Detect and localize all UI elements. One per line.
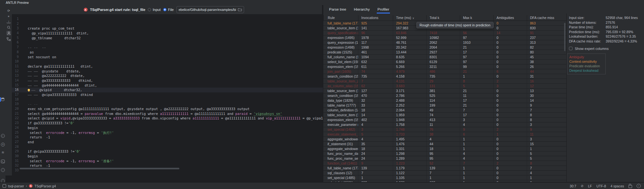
file-encoding[interactable]: UTF-8 xyxy=(596,184,606,188)
breadcrumb-file[interactable]: TSqlParser.g4 xyxy=(34,184,56,188)
tab-profiler[interactable]: Profiler xyxy=(377,5,390,14)
profiler-table-row[interactable]: set_special (1485)11.1051101 xyxy=(323,175,566,180)
profiler-table-row[interactable]: column_definition (1421)182.06449707 xyxy=(323,108,566,113)
col-header-time[interactable]: Time (ms)∨ xyxy=(393,15,426,21)
profiler-table-row[interactable]: expression_elem (1589)4021.948413308 xyxy=(323,118,566,122)
code-line[interactable]: 17—— —— @vipa333333333333 dtkind xyxy=(12,92,323,97)
profiler-table-row[interactable]: select_list (1581)6321.073632106 xyxy=(323,180,566,182)
profiler-table-row[interactable]: sql_clauses (12)71.1227104 xyxy=(323,171,566,175)
code-line[interactable]: 18 xyxy=(12,97,323,102)
code-line[interactable]: 27end xyxy=(12,140,323,145)
profiler-table-row[interactable]: expression (1498)199820.342206421082 xyxy=(323,45,566,50)
profiler-table-row[interactable]: table_name (1777)332.2521992109 xyxy=(323,103,566,108)
input-radio-circle[interactable] xyxy=(148,8,151,11)
file-path-field[interactable]: ebelice/Github/tsql-parser/examples/big.… xyxy=(176,6,244,13)
code-line[interactable]: 25 select errorcode = -1, errormsg = '执行… xyxy=(12,130,323,135)
code-line[interactable]: 26 return -1 xyxy=(12,135,323,140)
profiler-table-row[interactable]: if_statement (31)351.476441015 xyxy=(323,142,566,146)
code-editor[interactable]: 123create proc up_com_test4 @p_vipa11111… xyxy=(12,14,323,175)
profiler-table-row[interactable]: full_table_name (1773)1391.179139107 xyxy=(323,166,566,171)
intention-bulb-icon[interactable] xyxy=(28,89,30,91)
run-tool-icon[interactable]: ▷ xyxy=(1,134,5,138)
profiler-table-row[interactable]: table_source_item (15…141.959741708 xyxy=(323,113,566,118)
code-line[interactable]: 28 xyxy=(12,145,323,149)
code-line[interactable]: 29if @vipa333333333333 !='0' xyxy=(12,149,323,154)
profiler-table-row[interactable]: query_expression (1527)11748.76120621910… xyxy=(323,40,566,45)
indent-setting[interactable]: 4 spaces xyxy=(611,184,624,188)
profiler-table-row[interactable]: expression_elem (1590)6115.266321199026 xyxy=(323,64,566,69)
code-line[interactable]: 10 xyxy=(12,59,323,64)
profiler-table-row[interactable]: execute_parameter (1…41.75811403 xyxy=(323,122,566,127)
search-button[interactable] xyxy=(6,25,11,30)
profiler-table-row[interactable]: func_proc_name_serv…241.28995405 xyxy=(323,156,566,161)
services-tool-icon[interactable]: ≋ xyxy=(1,150,5,154)
profiler-table-row[interactable]: join_part (1605)744.97948621644 xyxy=(323,69,566,74)
unlock-icon[interactable] xyxy=(629,185,632,188)
code-line[interactable]: 13—— —— @a2222222222 dtdate, xyxy=(12,73,323,78)
code-line[interactable]: 23if @a333333333333 !='0' xyxy=(12,121,323,126)
code-line[interactable]: 8 as xyxy=(12,50,323,55)
code-line[interactable]: 19-- -- xyxy=(12,102,323,107)
file-radio[interactable]: File xyxy=(163,8,174,12)
expert-columns-checkbox[interactable] xyxy=(569,47,573,50)
ai-assistant-tool-icon[interactable]: A xyxy=(1,143,5,146)
code-line[interactable]: 2 xyxy=(12,22,323,26)
tree-view-button[interactable] xyxy=(6,37,11,41)
folder-icon[interactable] xyxy=(238,8,242,11)
col-header-rule[interactable]: Rule xyxy=(323,15,358,21)
table-vertical-scrollbar[interactable] xyxy=(564,23,565,51)
code-line[interactable]: 16—— @vipid dtchar32, xyxy=(12,88,323,92)
profiler-table-row[interactable]: set_special (1482)31.74876929 xyxy=(323,127,566,132)
profiler-table-row[interactable]: aggregate_windowed…41.4954103 xyxy=(323,137,566,142)
line-ending[interactable]: LF xyxy=(588,184,592,188)
code-line[interactable]: 20exec nb_com_getsysconfig @a11111111111… xyxy=(12,107,323,111)
show-expert-columns-option[interactable]: Show expert columns xyxy=(569,46,644,51)
profiler-table-row[interactable]: search_condition (1517)4702.78652511030 xyxy=(323,93,566,98)
col-header-invocations[interactable]: Invocations xyxy=(358,15,393,21)
preview-tool-icon[interactable] xyxy=(1,98,5,101)
profiler-table-row[interactable]: expression (1495)197852.99910982970237 xyxy=(323,35,566,40)
profiler-table-row[interactable]: execute_statement_a…51.733386111 xyxy=(323,132,566,137)
col-header-total-k[interactable]: Total k xyxy=(426,15,460,21)
code-line[interactable]: 15—— —— @a4444444444444444 dtint, xyxy=(12,83,323,88)
code-line[interactable]: 24begin xyxy=(12,126,323,130)
file-radio-circle[interactable] xyxy=(163,8,166,11)
profiler-mode-button[interactable] xyxy=(6,31,11,35)
code-line[interactable]: 21select @a4444444444444444 = paravalue … xyxy=(12,111,323,116)
input-radio[interactable]: Input xyxy=(148,8,160,12)
editor-horizontal-scrollbar[interactable] xyxy=(20,168,179,169)
col-header-dfa-cache-miss[interactable]: DFA cache miss xyxy=(527,15,563,21)
error-indicator-icon[interactable]: ! xyxy=(637,184,641,188)
profiler-table-row[interactable]: predicate (1525)46113.444292717080 xyxy=(323,50,566,55)
profiler-table-row[interactable]: data_type (1829)322.48811417014 xyxy=(323,98,566,103)
col-header-max-k[interactable]: Max k xyxy=(460,15,493,21)
export-button[interactable]: ↓ xyxy=(6,19,11,23)
code-line[interactable]: 9set nocount on xyxy=(12,55,323,60)
code-line[interactable]: 3create proc up_com_test xyxy=(12,26,323,31)
code-line[interactable]: 6 xyxy=(12,40,323,45)
problems-tool-icon[interactable]: i xyxy=(1,168,5,172)
code-line[interactable]: 12—— —— @sysdate dtdate, xyxy=(12,69,323,74)
stop-button[interactable]: ■ xyxy=(6,14,11,18)
profiler-table-row[interactable]: search_condition (1519)7354.1587351031 xyxy=(323,74,566,79)
profiler-table-row[interactable]: func_proc_name_data…241.29895405 xyxy=(323,151,566,156)
code-line[interactable]: 31 select errorcode = -1, errormsg = '准备… xyxy=(12,159,323,164)
file-path-value[interactable]: ebelice/Github/tsql-parser/examples/big.… xyxy=(179,8,236,12)
profiler-table-row[interactable]: aggregate_windowed…181.33118101 xyxy=(323,146,566,151)
profiler-table-row[interactable]: table_source_item_j…74.131298216 xyxy=(323,79,566,84)
code-line[interactable]: 5 @p_tblname dtchar32 xyxy=(12,36,323,41)
profiler-table-row[interactable]: as_column_alias (159…623.6831315312 xyxy=(323,84,566,89)
col-header-ambiguities[interactable]: Ambiguities xyxy=(493,15,527,21)
code-line[interactable]: 14—— —— @a333333333333 dtkind, xyxy=(12,78,323,83)
code-line[interactable]: 7-- -- -- xyxy=(12,45,323,50)
terminal-tool-icon[interactable] xyxy=(1,160,5,164)
tab-hierarchy[interactable]: Hierarchy xyxy=(353,5,370,14)
breadcrumb-project[interactable]: tsql-parser xyxy=(8,184,24,188)
profiler-table-row[interactable]: query_specification (…9663.8467418561491 xyxy=(323,31,566,35)
tab-parse-tree[interactable]: Parse tree xyxy=(328,5,347,14)
caret-position[interactable]: 30:7 xyxy=(570,184,576,188)
code-line[interactable]: 32 return -1 xyxy=(12,163,323,168)
code-line[interactable]: 4 @p_vipa1111111111111 dtint, xyxy=(12,31,323,36)
code-line[interactable]: 11declare @a1111111111111 dtint, xyxy=(12,64,323,69)
code-line[interactable]: 30begin xyxy=(12,154,323,159)
